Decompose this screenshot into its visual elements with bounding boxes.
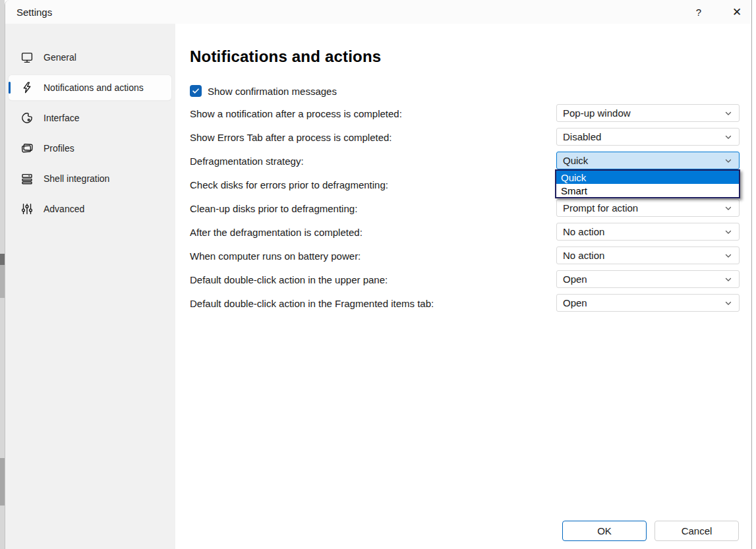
help-button[interactable]: ?	[688, 2, 709, 22]
dropdown[interactable]: No action	[556, 223, 740, 241]
dropdown-value: Open	[563, 297, 587, 308]
setting-row: Default double-click action in the upper…	[190, 268, 751, 291]
dropdown[interactable]: Disabled	[556, 128, 740, 146]
shell-icon	[20, 172, 34, 185]
dropdown-value: Quick	[563, 155, 588, 166]
sidebar-item-interface[interactable]: Interface	[9, 105, 171, 130]
close-button[interactable]: ✕	[726, 2, 747, 22]
setting-label: Defragmentation strategy:	[190, 156, 304, 167]
dropdown-value: Pop-up window	[563, 107, 631, 119]
setting-label: Show Errors Tab after a process is compl…	[190, 132, 392, 143]
chevron-down-icon	[724, 156, 733, 165]
dropdown-value: No action	[563, 250, 604, 261]
background-window-edge-segment	[0, 265, 5, 298]
monitor-icon	[20, 51, 34, 64]
dropdown-value: No action	[563, 226, 604, 237]
window-body: GeneralNotifications and actionsInterfac…	[5, 24, 751, 549]
sliders-icon	[20, 202, 34, 216]
sidebar: GeneralNotifications and actionsInterfac…	[5, 24, 175, 549]
dropdown[interactable]: Open	[556, 294, 740, 312]
setting-row: When computer runs on battery power:No a…	[190, 244, 751, 268]
profiles-icon	[20, 142, 34, 155]
chevron-down-icon	[724, 299, 733, 308]
chevron-down-icon	[724, 275, 733, 284]
dropdown[interactable]: Pop-up window	[556, 104, 740, 122]
sidebar-item-label: Advanced	[44, 204, 84, 214]
setting-row: Show Errors Tab after a process is compl…	[190, 125, 751, 149]
page-title: Notifications and actions	[190, 47, 751, 66]
cancel-button[interactable]: Cancel	[654, 521, 739, 541]
background-window-edge	[0, 0, 5, 549]
dropdown[interactable]: Open	[556, 270, 740, 288]
chevron-down-icon	[724, 251, 733, 260]
dropdown-value: Open	[563, 274, 587, 285]
setting-row: Default double-click action in the Fragm…	[190, 291, 751, 315]
sidebar-item-label: Shell integration	[44, 173, 109, 184]
dropdown-value: Prompt for action	[563, 202, 638, 214]
chevron-down-icon	[724, 109, 733, 118]
chevron-down-icon	[724, 204, 733, 213]
dropdown-open-list: QuickSmart	[555, 169, 740, 198]
dialog-footer: OK Cancel	[562, 521, 739, 541]
sidebar-item-shell-integration[interactable]: Shell integration	[9, 166, 171, 191]
settings-dialog: Settings ? ✕ GeneralNotifications and ac…	[5, 0, 752, 549]
setting-label: Check disks for errors prior to defragme…	[190, 179, 388, 190]
setting-label: After the defragmentation is completed:	[190, 227, 363, 238]
sidebar-item-general[interactable]: General	[9, 45, 171, 70]
checkbox-checked-icon[interactable]	[190, 85, 202, 97]
setting-label: Default double-click action in the Fragm…	[190, 298, 434, 309]
sidebar-item-label: Notifications and actions	[44, 82, 144, 93]
setting-label: Show a notification after a process is c…	[190, 108, 402, 119]
checkbox-label: Show confirmation messages	[208, 86, 337, 97]
dropdown[interactable]: Quick	[556, 152, 740, 169]
settings-rows: Show a notification after a process is c…	[190, 101, 751, 315]
sidebar-item-advanced[interactable]: Advanced	[9, 196, 171, 221]
confirmation-checkbox-row[interactable]: Show confirmation messages	[190, 84, 751, 98]
setting-row: After the defragmentation is completed:N…	[190, 220, 751, 244]
setting-label: When computer runs on battery power:	[190, 250, 361, 262]
chevron-down-icon	[724, 227, 733, 237]
background-window-edge-segment	[0, 458, 5, 506]
setting-label: Clean-up disks prior to defragmenting:	[190, 203, 357, 214]
setting-row: Show a notification after a process is c…	[190, 101, 751, 125]
dropdown-value: Disabled	[563, 131, 601, 142]
setting-label: Default double-click action in the upper…	[190, 274, 388, 285]
palette-icon	[20, 111, 34, 125]
sidebar-item-label: Interface	[44, 113, 79, 123]
sidebar-item-label: Profiles	[44, 143, 74, 154]
setting-row: Clean-up disks prior to defragmenting:Pr…	[190, 196, 751, 220]
chevron-down-icon	[724, 132, 733, 142]
sidebar-item-notifications-and-actions[interactable]: Notifications and actions	[9, 75, 171, 100]
sidebar-item-label: General	[44, 52, 76, 63]
dropdown-option[interactable]: Quick	[556, 171, 739, 184]
dropdown-option[interactable]: Smart	[556, 184, 739, 197]
window-title: Settings	[16, 7, 52, 18]
notifications-icon	[20, 81, 34, 94]
dropdown[interactable]: No action	[556, 246, 740, 264]
background-window-edge-segment	[0, 254, 5, 265]
main-content: Notifications and actions Show confirmat…	[175, 24, 751, 549]
title-bar: Settings ? ✕	[5, 0, 751, 24]
selected-accent-bar	[9, 82, 11, 94]
setting-row: Defragmentation strategy:QuickQuickSmart	[190, 149, 751, 173]
dropdown[interactable]: Prompt for action	[556, 199, 740, 217]
ok-button[interactable]: OK	[562, 521, 647, 541]
sidebar-item-profiles[interactable]: Profiles	[9, 136, 171, 161]
